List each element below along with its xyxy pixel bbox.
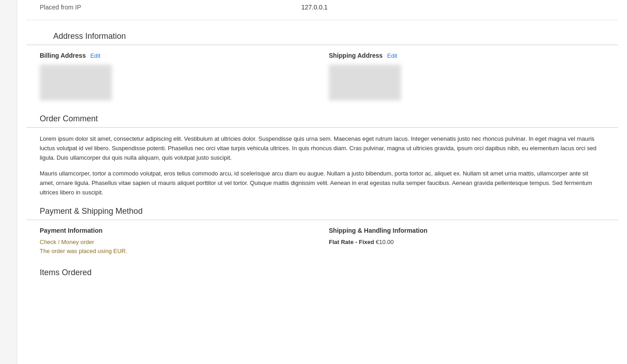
shipping-address-title: Shipping Address	[329, 52, 383, 59]
shipping-address-placeholder	[329, 65, 401, 101]
billing-address-title: Billing Address	[40, 52, 86, 59]
address-information-title: Address Information	[53, 32, 618, 45]
payment-columns: Payment Information Check / Money order …	[40, 227, 618, 254]
comment-paragraph-2: Mauris ullamcorper, tortor a commodo vol…	[40, 169, 604, 197]
left-sidebar	[0, 0, 17, 364]
payment-shipping-wrapper: Payment & Shipping Method	[26, 207, 618, 220]
address-columns: Billing Address Edit Shipping Address Ed…	[40, 52, 618, 101]
placed-from-value: 127.0.0.1	[301, 4, 327, 11]
page-wrapper: Placed from IP 127.0.0.1 Address Informa…	[0, 0, 627, 364]
order-comment-title: Order Comment	[40, 114, 618, 127]
shipping-handling-column: Shipping & Handling Information Flat Rat…	[329, 227, 618, 254]
payment-note-value: The order was placed using EUR.	[40, 248, 329, 254]
shipping-address-column: Shipping Address Edit	[329, 52, 618, 101]
comment-paragraph-1: Lorem ipsum dolor sit amet, consectetur …	[40, 134, 604, 162]
shipping-rate-value: €10.00	[376, 239, 394, 245]
main-content: Placed from IP 127.0.0.1 Address Informa…	[17, 0, 627, 364]
order-comment-wrapper: Order Comment	[26, 114, 618, 127]
payment-information-column: Payment Information Check / Money order …	[40, 227, 329, 254]
shipping-rate-label: Flat Rate - Fixed	[329, 239, 374, 245]
payment-shipping-title: Payment & Shipping Method	[40, 207, 618, 220]
address-section: Billing Address Edit Shipping Address Ed…	[26, 52, 618, 101]
payment-method-value: Check / Money order	[40, 239, 329, 245]
billing-address-placeholder	[40, 65, 112, 101]
billing-address-column: Billing Address Edit	[40, 52, 329, 101]
billing-edit-link[interactable]: Edit	[90, 52, 100, 59]
address-divider	[26, 45, 618, 45]
items-ordered-wrapper: Items Ordered	[26, 268, 618, 281]
shipping-address-title-row: Shipping Address Edit	[329, 52, 618, 59]
order-comment-divider	[26, 127, 618, 128]
shipping-edit-link[interactable]: Edit	[387, 52, 397, 59]
billing-address-title-row: Billing Address Edit	[40, 52, 329, 59]
comment-section: Lorem ipsum dolor sit amet, consectetur …	[26, 134, 618, 198]
items-ordered-title: Items Ordered	[40, 268, 618, 281]
placed-from-row: Placed from IP 127.0.0.1	[26, 0, 618, 20]
comment-text: Lorem ipsum dolor sit amet, consectetur …	[40, 134, 604, 198]
shipping-handling-title: Shipping & Handling Information	[329, 227, 618, 234]
payment-section: Payment Information Check / Money order …	[26, 227, 618, 254]
placed-from-label: Placed from IP	[40, 4, 130, 11]
address-information-wrapper: Address Information	[26, 32, 618, 45]
payment-shipping-divider	[26, 220, 618, 220]
payment-information-title: Payment Information	[40, 227, 329, 234]
shipping-rate-row: Flat Rate - Fixed €10.00	[329, 239, 618, 245]
